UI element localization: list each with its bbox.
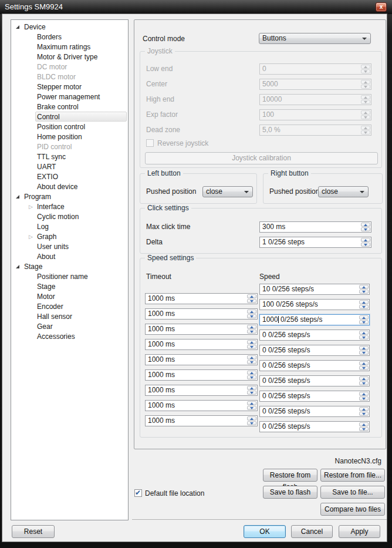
tree-item[interactable]: Home position xyxy=(11,132,128,142)
spin-down-button[interactable] xyxy=(361,227,370,231)
timeout-spinbox[interactable]: 1000 ms xyxy=(145,308,258,320)
tree-item[interactable]: Stepper motor xyxy=(11,82,128,92)
restore-from-file-button[interactable]: Restore from file... xyxy=(320,469,385,482)
speed-spinbox[interactable]: 0 0/256 steps/s xyxy=(259,360,370,371)
tree-expand-icon[interactable] xyxy=(29,163,37,171)
tree-item[interactable]: Position control xyxy=(11,122,128,132)
value-spinbox[interactable]: 10000 xyxy=(259,94,371,105)
spin-up-button[interactable] xyxy=(361,65,370,69)
spin-up-button[interactable] xyxy=(359,285,369,289)
spin-up-button[interactable] xyxy=(359,422,369,426)
close-button[interactable]: x xyxy=(376,2,387,12)
spin-down-button[interactable] xyxy=(247,406,256,410)
tree-expand-icon[interactable] xyxy=(29,73,37,81)
right-pushed-position-select[interactable]: close xyxy=(318,186,369,197)
spin-down-button[interactable] xyxy=(247,299,256,303)
joystick-calibration-button[interactable]: Joystick calibration xyxy=(145,152,378,164)
left-pushed-position-select[interactable]: close xyxy=(202,186,253,197)
spin-up-button[interactable] xyxy=(359,361,369,365)
spin-down-button[interactable] xyxy=(247,421,256,425)
tree-item[interactable]: BLDC motor xyxy=(11,72,128,82)
spin-down-button[interactable] xyxy=(247,314,256,318)
tree-expand-icon[interactable] xyxy=(29,322,37,331)
spin-down-button[interactable] xyxy=(361,115,370,119)
tree-expand-icon[interactable] xyxy=(29,173,37,181)
tree-item[interactable]: Motor & Driver type xyxy=(11,52,128,62)
spin-up-button[interactable] xyxy=(359,300,369,304)
ok-button[interactable]: OK xyxy=(244,525,286,538)
tree-expand-icon[interactable] xyxy=(29,53,37,61)
timeout-spinbox[interactable]: 1000 ms xyxy=(145,415,258,426)
tree-expand-icon[interactable] xyxy=(29,153,37,161)
value-spinbox[interactable]: 300 ms xyxy=(259,221,371,233)
spin-down-button[interactable] xyxy=(361,69,370,73)
tree-expand-icon[interactable] xyxy=(29,83,37,91)
spin-down-button[interactable] xyxy=(361,130,370,135)
tree-item[interactable]: Accessories xyxy=(11,331,128,341)
spin-up-button[interactable] xyxy=(247,386,256,390)
default-file-location-checkbox[interactable] xyxy=(134,489,142,497)
speed-spinbox[interactable]: 0 0/256 steps/s xyxy=(259,330,370,341)
tree-expand-icon[interactable] xyxy=(29,33,37,41)
control-mode-select[interactable]: Buttons xyxy=(259,33,371,44)
spin-down-button[interactable] xyxy=(359,335,369,339)
timeout-spinbox[interactable]: 1000 ms xyxy=(145,369,258,381)
spin-down-button[interactable] xyxy=(361,100,370,104)
spin-down-button[interactable] xyxy=(359,320,369,324)
spin-up-button[interactable] xyxy=(247,401,256,405)
tree-item[interactable]: User units xyxy=(11,241,128,251)
tree-item[interactable]: Hall sensor xyxy=(11,311,128,321)
tree-item[interactable]: Interface xyxy=(11,201,128,211)
tree-item[interactable]: Maximum ratings xyxy=(11,42,128,52)
spin-down-button[interactable] xyxy=(247,375,256,379)
spin-up-button[interactable] xyxy=(247,294,256,298)
tree-expand-icon[interactable] xyxy=(29,293,37,301)
reset-button[interactable]: Reset xyxy=(12,525,55,538)
tree-item[interactable]: TTL sync xyxy=(11,152,128,162)
tree-item[interactable]: DC motor xyxy=(11,62,128,72)
value-spinbox[interactable]: 5000 xyxy=(259,79,371,90)
spin-up-button[interactable] xyxy=(247,310,256,314)
tree-item[interactable]: Brake control xyxy=(11,102,128,112)
spin-up-button[interactable] xyxy=(247,355,256,359)
spin-down-button[interactable] xyxy=(359,396,369,401)
spin-down-button[interactable] xyxy=(359,427,369,431)
tree-item[interactable]: Encoder xyxy=(11,301,128,311)
tree-expand-icon[interactable] xyxy=(29,283,37,291)
value-spinbox[interactable]: 100 xyxy=(259,109,371,120)
spin-up-button[interactable] xyxy=(359,346,369,350)
timeout-spinbox[interactable]: 1000 ms xyxy=(145,324,258,335)
timeout-spinbox[interactable]: 1000 ms xyxy=(145,354,258,365)
spin-up-button[interactable] xyxy=(361,223,370,227)
reverse-joystick-checkbox[interactable] xyxy=(146,139,154,147)
speed-spinbox[interactable]: 10 0/256 steps/s xyxy=(259,284,370,295)
value-spinbox[interactable]: 1 0/256 steps xyxy=(259,237,371,248)
tree-item[interactable]: Program xyxy=(11,191,128,201)
spin-down-button[interactable] xyxy=(361,85,370,89)
spin-down-button[interactable] xyxy=(359,412,369,416)
tree-expand-icon[interactable] xyxy=(29,63,37,71)
tree-expand-icon[interactable] xyxy=(29,113,37,121)
apply-button[interactable]: Apply xyxy=(339,525,380,538)
tree-expand-icon[interactable] xyxy=(29,233,37,241)
speed-spinbox[interactable]: 1000 0/256 steps/s xyxy=(259,314,370,325)
timeout-spinbox[interactable]: 1000 ms xyxy=(145,400,258,411)
tree-item[interactable]: Positioner name xyxy=(11,271,128,281)
tree-expand-icon[interactable] xyxy=(29,103,37,111)
spin-up-button[interactable] xyxy=(247,371,256,375)
spin-up-button[interactable] xyxy=(359,392,369,396)
spin-up-button[interactable] xyxy=(361,126,370,130)
spin-down-button[interactable] xyxy=(359,381,369,385)
timeout-spinbox[interactable]: 1000 ms xyxy=(145,339,258,350)
save-to-file-button[interactable]: Save to file... xyxy=(320,486,385,499)
tree-item[interactable]: About xyxy=(11,251,128,261)
spin-down-button[interactable] xyxy=(247,330,256,334)
spin-down-button[interactable] xyxy=(247,360,256,364)
tree-expand-icon[interactable] xyxy=(29,253,37,261)
tree-expand-icon[interactable] xyxy=(16,193,24,201)
tree-item[interactable]: PID control xyxy=(11,142,128,152)
tree-item[interactable]: Stage xyxy=(11,281,128,291)
spin-down-button[interactable] xyxy=(359,366,369,370)
tree-item[interactable]: Power management xyxy=(11,92,128,102)
tree-expand-icon[interactable] xyxy=(29,312,37,321)
